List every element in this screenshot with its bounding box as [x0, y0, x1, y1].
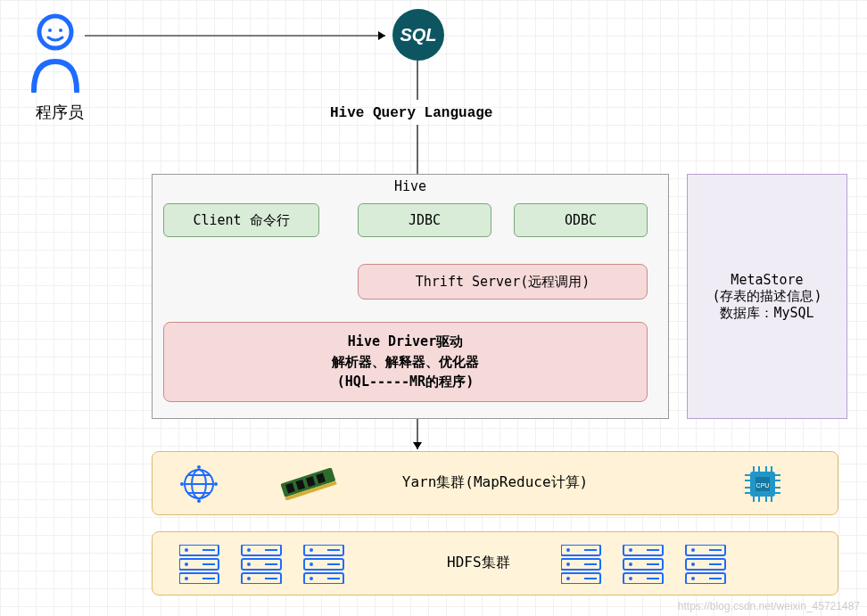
svg-marker-8 [413, 442, 422, 449]
svg-point-77 [566, 563, 570, 566]
hdfs-box: HDFS集群 [152, 531, 838, 595]
user-icon [29, 12, 82, 96]
thrift-label: Thrift Server(远程调用) [416, 274, 590, 291]
server-icon [561, 545, 739, 587]
metastore-box: MetaStore (存表的描述信息) 数据库：MySQL [687, 174, 847, 419]
svg-point-50 [185, 563, 188, 566]
svg-point-76 [566, 548, 570, 552]
svg-point-68 [310, 563, 313, 566]
jdbc-box: JDBC [358, 203, 491, 237]
jdbc-label: JDBC [409, 212, 441, 228]
svg-point-78 [566, 577, 570, 580]
odbc-label: ODBC [565, 212, 597, 228]
svg-point-58 [247, 548, 251, 552]
svg-point-60 [247, 577, 251, 580]
svg-point-59 [247, 563, 251, 566]
metastore-l2: (存表的描述信息) [712, 288, 822, 305]
yarn-box: Yarn集群(MapReduce计算) CPU [152, 451, 838, 515]
driver-l3: (HQL-----MR的程序) [337, 372, 474, 392]
driver-l1: Hive Driver驱动 [348, 332, 463, 352]
user-label: 程序员 [36, 102, 84, 123]
thrift-box: Thrift Server(远程调用) [358, 264, 648, 300]
driver-box: Hive Driver驱动 解析器、解释器、优化器 (HQL-----MR的程序… [163, 322, 648, 402]
svg-point-49 [185, 548, 188, 552]
hive-title: Hive [153, 175, 668, 194]
driver-l2: 解析器、解释器、优化器 [332, 352, 479, 373]
client-box: Client 命令行 [163, 203, 319, 237]
server-icon [179, 545, 358, 587]
svg-point-19 [197, 465, 201, 469]
svg-point-86 [629, 563, 632, 566]
svg-point-69 [310, 577, 313, 580]
hive-container: Hive Client 命令行 JDBC ODBC Thrift Server(… [152, 174, 669, 419]
hdfs-label: HDFS集群 [447, 554, 510, 572]
metastore-l3: 数据库：MySQL [720, 305, 813, 322]
svg-point-95 [691, 563, 695, 566]
svg-point-67 [310, 548, 313, 552]
svg-point-9 [39, 16, 71, 48]
svg-point-96 [691, 577, 695, 580]
svg-point-11 [59, 29, 62, 32]
svg-text:CPU: CPU [756, 482, 770, 489]
watermark: https://blog.csdn.net/weixin_45721487 [678, 600, 860, 612]
yarn-label: Yarn集群(MapReduce计算) [153, 473, 838, 492]
svg-point-51 [185, 577, 188, 580]
client-label: Client 命令行 [193, 212, 289, 229]
odbc-box: ODBC [514, 203, 648, 237]
metastore-l1: MetaStore [731, 272, 803, 288]
svg-point-20 [197, 499, 201, 503]
hql-label: Hive Query Language [330, 105, 492, 121]
svg-point-85 [629, 548, 632, 552]
svg-marker-1 [378, 31, 385, 40]
sql-node: SQL [392, 9, 444, 61]
svg-point-87 [629, 577, 632, 580]
svg-point-94 [691, 548, 695, 552]
sql-label: SQL [400, 25, 436, 45]
svg-point-10 [48, 29, 52, 32]
cpu-icon: CPU [741, 463, 784, 505]
